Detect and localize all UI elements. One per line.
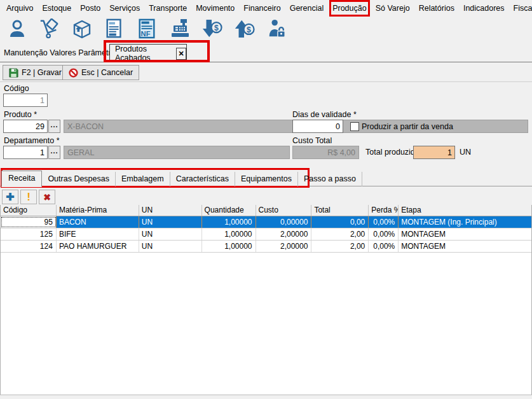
cell-perda[interactable]: 0,00%	[369, 241, 399, 252]
user-icon[interactable]	[5, 18, 29, 39]
tab-produtos-acabados[interactable]: Produtos Acabados ✕	[109, 44, 187, 62]
cell-materia-prima[interactable]: BIFE	[57, 228, 139, 240]
departamento-code-input[interactable]	[3, 146, 48, 159]
cell-perda[interactable]: 0,00%	[369, 228, 399, 240]
delete-x-icon: ✖	[43, 192, 51, 202]
detail-tab-strip: Receita Outras Despesas Embalagem Caract…	[1, 171, 362, 186]
floppy-disk-icon	[9, 68, 18, 78]
cell-codigo[interactable]: 125	[1, 228, 57, 240]
menu-item-so-varejo[interactable]: Só Varejo	[374, 2, 411, 15]
cell-total[interactable]: 0,00	[311, 216, 369, 228]
menu-item-posto[interactable]: Posto	[79, 2, 102, 15]
plus-icon: ✚	[6, 191, 14, 203]
cell-quantidade[interactable]: 1,00000	[202, 241, 256, 252]
menu-item-financeiro[interactable]: Financeiro	[242, 2, 282, 15]
table-row[interactable]: 125 BIFE UN 1,00000 2,00000 2,00 0,00% M…	[1, 228, 531, 241]
dias-validade-input[interactable]	[292, 120, 343, 133]
tab-embalagem[interactable]: Embalagem	[116, 172, 170, 186]
cell-etapa[interactable]: MONTAGEM (Ing. Principal)	[399, 216, 531, 228]
col-etapa[interactable]: Etapa	[399, 205, 531, 216]
menu-item-estoque[interactable]: Estoque	[41, 2, 72, 15]
departamento-browse-button[interactable]: ...	[48, 146, 60, 159]
produzir-venda-checkbox[interactable]	[350, 122, 359, 131]
tab-caracteristicas[interactable]: Características	[170, 172, 235, 186]
cell-quantidade[interactable]: 1,00000	[202, 216, 256, 228]
menu-item-servicos[interactable]: Serviços	[108, 2, 141, 15]
col-custo[interactable]: Custo	[256, 205, 312, 216]
cell-etapa[interactable]: MONTAGEM	[399, 228, 531, 240]
menu-item-gerencial[interactable]: Gerencial	[289, 2, 325, 15]
cell-custo[interactable]: 2,00000	[256, 228, 312, 240]
produto-label: Produto *	[4, 110, 37, 119]
cell-un[interactable]: UN	[139, 228, 202, 240]
cancel-button[interactable]: Esc | Cancelar	[62, 65, 139, 80]
produto-browse-button[interactable]: ...	[48, 120, 60, 133]
menu-item-producao[interactable]: Produção	[331, 2, 368, 15]
col-perda[interactable]: Perda %	[369, 205, 399, 216]
tab-outras-despesas[interactable]: Outras Despesas	[42, 172, 116, 186]
total-produzido-input[interactable]	[413, 146, 455, 159]
svg-text:$: $	[247, 25, 251, 34]
grid-header-row: Código Matéria-Prima UN Quantidade Custo…	[1, 205, 531, 216]
col-materia-prima[interactable]: Matéria-Prima	[57, 205, 139, 216]
menu-item-arquivo[interactable]: Arquivo	[5, 2, 34, 15]
tab-passo-a-passo[interactable]: Passo a passo	[298, 172, 362, 186]
cell-un[interactable]: UN	[139, 216, 202, 228]
codigo-input[interactable]	[3, 94, 48, 107]
tab-equipamentos[interactable]: Equipamentos	[235, 172, 298, 186]
col-total[interactable]: Total	[311, 205, 369, 216]
nf-invoice-icon[interactable]: NF	[135, 18, 159, 39]
cancel-button-label: Esc | Cancelar	[81, 68, 133, 77]
money-in-icon[interactable]: $	[200, 18, 224, 39]
menu-item-relatorios[interactable]: Relatórios	[418, 2, 456, 15]
table-row[interactable]: 95 BACON UN 1,00000 0,00000 0,00 0,00% M…	[1, 216, 531, 228]
menu-item-fiscal[interactable]: Fiscal	[512, 2, 532, 15]
custo-total-field: R$ 4,00	[292, 146, 359, 159]
cell-materia-prima[interactable]: BACON	[57, 216, 139, 228]
total-produzido-label: Total produzido	[365, 148, 419, 157]
total-produzido-unit-label: UN	[460, 148, 471, 157]
cell-codigo[interactable]: 124	[1, 241, 57, 252]
table-row[interactable]: 124 PAO HAMURGUER UN 1,00000 2,00000 2,0…	[1, 241, 531, 253]
cash-register-icon[interactable]	[167, 18, 191, 39]
invoice-icon[interactable]	[102, 18, 126, 39]
produto-code-input[interactable]	[3, 120, 48, 133]
money-out-icon[interactable]: $	[232, 18, 256, 39]
status-bar	[0, 395, 532, 399]
alert-row-button[interactable]: !	[20, 190, 37, 204]
departamento-label: Departamento *	[4, 136, 60, 145]
cell-custo[interactable]: 0,00000	[256, 216, 312, 228]
cell-etapa[interactable]: MONTAGEM	[399, 241, 531, 252]
tab-receita[interactable]: Receita	[1, 171, 42, 187]
recipe-grid: Código Matéria-Prima UN Quantidade Custo…	[0, 205, 532, 395]
custo-total-label: Custo Total	[292, 136, 332, 145]
col-quantidade[interactable]: Quantidade	[202, 205, 256, 216]
menu-item-indicadores[interactable]: Indicadores	[462, 2, 506, 15]
cell-codigo[interactable]: 95	[1, 216, 57, 228]
close-tab-icon[interactable]: ✕	[176, 48, 186, 60]
cell-un[interactable]: UN	[139, 241, 202, 252]
svg-text:NF: NF	[141, 30, 151, 38]
cell-materia-prima[interactable]: PAO HAMURGUER	[57, 241, 139, 252]
hand-truck-icon[interactable]	[38, 18, 62, 39]
menu-bar: Arquivo Estoque Posto Serviços Transport…	[0, 0, 532, 17]
menu-item-transporte[interactable]: Transporte	[147, 2, 188, 15]
save-button[interactable]: F2 | Gravar	[3, 65, 68, 80]
add-row-button[interactable]: ✚	[2, 190, 18, 204]
tab-manutencao-valores-parametros[interactable]: Manutenção Valores Parâmetros	[4, 48, 119, 57]
menu-item-movimento[interactable]: Movimento	[194, 2, 236, 15]
cell-perda[interactable]: 0,00%	[369, 216, 399, 228]
application-window: Arquivo Estoque Posto Serviços Transport…	[0, 0, 532, 399]
cell-total[interactable]: 2,00	[311, 241, 369, 252]
codigo-label: Código	[4, 84, 29, 93]
cell-quantidade[interactable]: 1,00000	[202, 228, 256, 240]
col-un[interactable]: UN	[139, 205, 202, 216]
grid-toolbar: ✚ ! ✖	[0, 189, 532, 205]
user-lock-icon[interactable]	[264, 18, 289, 39]
col-codigo[interactable]: Código	[1, 205, 57, 216]
produzir-venda-label: Produzir a partir da venda	[362, 122, 453, 131]
package-icon[interactable]	[70, 18, 94, 39]
cell-custo[interactable]: 2,00000	[256, 241, 312, 252]
cell-total[interactable]: 2,00	[311, 228, 369, 240]
delete-row-button[interactable]: ✖	[39, 190, 55, 204]
